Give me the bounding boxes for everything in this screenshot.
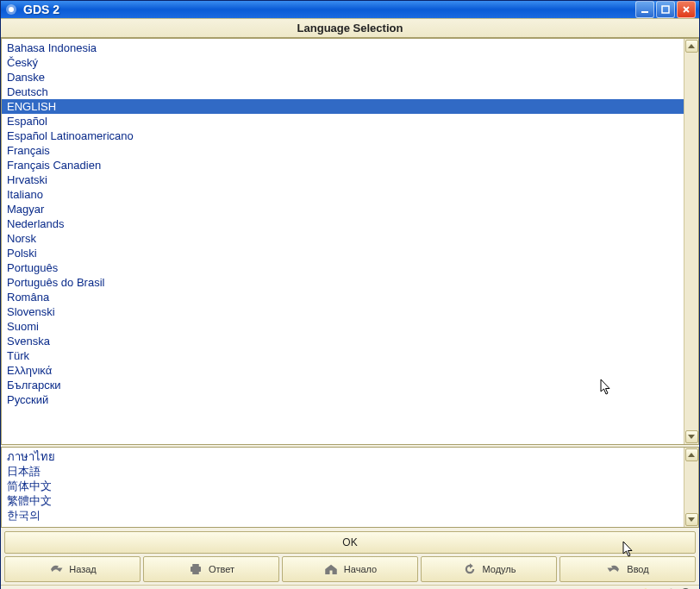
language-item[interactable]: ภาษาไทย <box>2 449 684 464</box>
language-item[interactable]: 繁體中文 <box>2 493 684 508</box>
svg-rect-4 <box>191 567 201 572</box>
input-button[interactable]: Ввод <box>559 556 696 582</box>
printer-icon <box>188 562 203 576</box>
language-item[interactable]: ENGLISH <box>2 99 684 114</box>
svg-rect-5 <box>192 564 199 567</box>
language-item[interactable]: Português do Brasil <box>2 275 684 290</box>
minimize-button[interactable] <box>635 1 654 18</box>
module-button-label: Модуль <box>483 564 516 574</box>
footer-toolbar: Назад Ответ Начало Модуль Ввод <box>1 556 699 585</box>
page-header: Language Selection <box>1 19 699 38</box>
language-item[interactable]: Deutsch <box>2 85 684 99</box>
page-title: Language Selection <box>297 22 403 34</box>
window-controls <box>635 1 696 18</box>
language-item[interactable]: Svenska <box>2 334 684 348</box>
svg-rect-6 <box>192 572 199 574</box>
scroll-up-button[interactable] <box>685 40 698 53</box>
module-button[interactable]: Модуль <box>421 556 557 582</box>
chevron-up-icon <box>688 44 695 48</box>
language-item[interactable]: Danske <box>2 70 684 85</box>
language-item[interactable]: 简体中文 <box>2 479 684 493</box>
refresh-icon <box>462 562 478 576</box>
language-item[interactable]: Русский <box>2 392 684 407</box>
language-list-lower: ภาษาไทย日本語简体中文繁體中文한국의 <box>1 447 699 528</box>
chevron-up-icon <box>688 453 695 457</box>
language-list-lower-items[interactable]: ภาษาไทย日本語简体中文繁體中文한국의 <box>2 448 684 527</box>
language-item[interactable]: Français <box>2 143 684 158</box>
back-arrow-icon <box>48 562 64 576</box>
chevron-down-icon <box>688 517 695 522</box>
input-button-label: Ввод <box>627 564 648 574</box>
forward-arrow-icon <box>606 562 622 576</box>
language-item[interactable]: Español <box>2 114 684 128</box>
scroll-down-button[interactable] <box>685 513 698 526</box>
language-item[interactable]: Hrvatski <box>2 172 684 187</box>
scroll-down-button[interactable] <box>685 430 698 443</box>
language-item[interactable]: 한국의 <box>2 508 684 523</box>
language-item[interactable]: Italiano <box>2 187 684 202</box>
back-button-label: Назад <box>69 564 97 574</box>
language-item[interactable]: Magyar <box>2 202 684 216</box>
answer-button-label: Ответ <box>209 564 234 574</box>
language-item[interactable]: Nederlands <box>2 216 684 231</box>
status-bar: GDS 2 v.9.1.01001 GM PreProduction 2011.… <box>1 585 699 589</box>
language-item[interactable]: Türk <box>2 348 684 363</box>
maximize-button[interactable] <box>656 1 675 18</box>
svg-point-1 <box>9 7 14 12</box>
svg-rect-3 <box>662 6 669 13</box>
language-item[interactable]: Español Latinoamericano <box>2 128 684 143</box>
app-window: GDS 2 Language Selection Bahasa Indonesi… <box>0 0 700 589</box>
titlebar: GDS 2 <box>1 1 699 18</box>
app-icon <box>4 3 18 16</box>
language-item[interactable]: Български <box>2 378 684 392</box>
language-list-upper: Bahasa IndonesiaČeskýDanskeDeutschENGLIS… <box>1 38 699 445</box>
scrollbar-lower[interactable] <box>684 448 698 527</box>
language-item[interactable]: Slovenski <box>2 304 684 319</box>
language-item[interactable]: Português <box>2 260 684 275</box>
scrollbar-upper[interactable] <box>684 39 698 444</box>
svg-rect-2 <box>641 11 648 13</box>
close-button[interactable] <box>677 1 696 18</box>
language-item[interactable]: Français Canadien <box>2 158 684 172</box>
client-area: Language Selection Bahasa IndonesiaČeský… <box>1 18 699 589</box>
chevron-down-icon <box>688 435 695 439</box>
ok-button[interactable]: OK <box>4 531 696 554</box>
start-button-label: Начало <box>344 564 377 574</box>
language-list-upper-items[interactable]: Bahasa IndonesiaČeskýDanskeDeutschENGLIS… <box>2 39 684 444</box>
language-item[interactable]: Polski <box>2 246 684 260</box>
language-item[interactable]: Ελληνικά <box>2 363 684 378</box>
language-item[interactable]: Norsk <box>2 231 684 246</box>
window-title: GDS 2 <box>23 3 635 16</box>
start-button[interactable]: Начало <box>282 556 418 582</box>
language-item[interactable]: 日本語 <box>2 464 684 479</box>
language-item[interactable]: Český <box>2 55 684 70</box>
home-icon <box>323 562 339 576</box>
language-item[interactable]: Suomi <box>2 319 684 334</box>
language-item[interactable]: Româna <box>2 290 684 304</box>
scroll-up-button[interactable] <box>685 448 698 461</box>
language-item[interactable]: Bahasa Indonesia <box>2 41 684 55</box>
ok-button-label: OK <box>342 536 357 548</box>
back-button[interactable]: Назад <box>4 556 141 582</box>
answer-button[interactable]: Ответ <box>143 556 279 582</box>
